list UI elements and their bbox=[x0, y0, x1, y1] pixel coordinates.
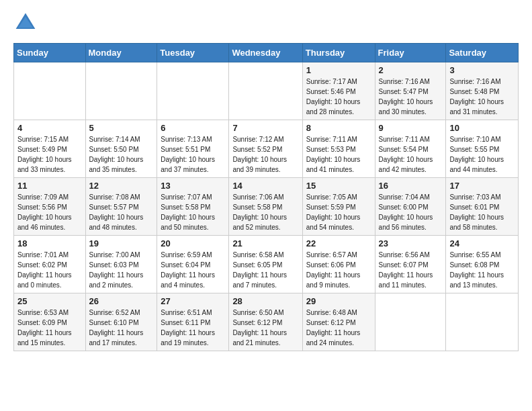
day-info: Sunrise: 6:55 AMSunset: 6:08 PMDaylight:… bbox=[449, 250, 515, 290]
day-info: Sunrise: 6:53 AMSunset: 6:09 PMDaylight:… bbox=[17, 308, 82, 348]
day-number: 17 bbox=[449, 181, 515, 191]
day-info: Sunrise: 7:17 AMSunset: 5:46 PMDaylight:… bbox=[306, 77, 371, 117]
day-number: 24 bbox=[449, 238, 515, 248]
day-number: 6 bbox=[161, 123, 225, 133]
day-info: Sunrise: 7:09 AMSunset: 5:56 PMDaylight:… bbox=[17, 192, 82, 232]
calendar-cell: 6Sunrise: 7:13 AMSunset: 5:51 PMDaylight… bbox=[157, 120, 229, 178]
day-number: 28 bbox=[232, 296, 298, 306]
day-info: Sunrise: 6:57 AMSunset: 6:06 PMDaylight:… bbox=[306, 250, 371, 290]
calendar-cell: 2Sunrise: 7:16 AMSunset: 5:47 PMDaylight… bbox=[375, 62, 446, 120]
weekday-header-tuesday: Tuesday bbox=[157, 44, 229, 62]
calendar-body: 1Sunrise: 7:17 AMSunset: 5:46 PMDaylight… bbox=[14, 62, 519, 351]
day-number: 11 bbox=[17, 181, 82, 191]
calendar-cell: 10Sunrise: 7:10 AMSunset: 5:55 PMDayligh… bbox=[446, 120, 519, 178]
day-info: Sunrise: 6:50 AMSunset: 6:12 PMDaylight:… bbox=[232, 308, 298, 348]
day-info: Sunrise: 6:48 AMSunset: 6:12 PMDaylight:… bbox=[306, 308, 371, 348]
day-info: Sunrise: 7:05 AMSunset: 5:59 PMDaylight:… bbox=[306, 192, 371, 232]
calendar-week-row: 18Sunrise: 7:01 AMSunset: 6:02 PMDayligh… bbox=[14, 236, 519, 293]
day-info: Sunrise: 7:06 AMSunset: 5:58 PMDaylight:… bbox=[232, 192, 298, 232]
day-number: 26 bbox=[89, 296, 154, 306]
logo bbox=[13, 11, 40, 35]
calendar-cell bbox=[14, 62, 86, 120]
calendar-cell: 14Sunrise: 7:06 AMSunset: 5:58 PMDayligh… bbox=[229, 178, 302, 236]
day-number: 19 bbox=[89, 238, 154, 248]
calendar-cell: 4Sunrise: 7:15 AMSunset: 5:49 PMDaylight… bbox=[14, 120, 86, 178]
day-info: Sunrise: 7:16 AMSunset: 5:47 PMDaylight:… bbox=[379, 77, 443, 117]
day-number: 15 bbox=[306, 181, 371, 191]
calendar-cell: 17Sunrise: 7:03 AMSunset: 6:01 PMDayligh… bbox=[446, 178, 519, 236]
day-info: Sunrise: 6:52 AMSunset: 6:10 PMDaylight:… bbox=[89, 308, 154, 348]
weekday-header-row: SundayMondayTuesdayWednesdayThursdayFrid… bbox=[14, 44, 519, 62]
calendar-cell: 19Sunrise: 7:00 AMSunset: 6:03 PMDayligh… bbox=[85, 236, 157, 293]
day-number: 27 bbox=[161, 296, 225, 306]
calendar-cell bbox=[375, 293, 446, 351]
day-info: Sunrise: 7:04 AMSunset: 6:00 PMDaylight:… bbox=[379, 192, 443, 232]
calendar-cell: 3Sunrise: 7:16 AMSunset: 5:48 PMDaylight… bbox=[446, 62, 519, 120]
calendar-cell: 16Sunrise: 7:04 AMSunset: 6:00 PMDayligh… bbox=[375, 178, 446, 236]
day-number: 9 bbox=[379, 123, 443, 133]
calendar-cell: 26Sunrise: 6:52 AMSunset: 6:10 PMDayligh… bbox=[85, 293, 157, 351]
calendar-cell: 9Sunrise: 7:11 AMSunset: 5:54 PMDaylight… bbox=[375, 120, 446, 178]
calendar-cell: 11Sunrise: 7:09 AMSunset: 5:56 PMDayligh… bbox=[14, 178, 86, 236]
day-number: 3 bbox=[449, 65, 515, 75]
day-number: 29 bbox=[306, 296, 371, 306]
day-info: Sunrise: 7:07 AMSunset: 5:58 PMDaylight:… bbox=[161, 192, 225, 232]
day-number: 12 bbox=[89, 181, 154, 191]
calendar-table: SundayMondayTuesdayWednesdayThursdayFrid… bbox=[13, 43, 519, 351]
day-info: Sunrise: 7:11 AMSunset: 5:54 PMDaylight:… bbox=[379, 134, 443, 175]
calendar-cell bbox=[85, 62, 157, 120]
day-number: 2 bbox=[379, 65, 443, 75]
calendar-cell: 23Sunrise: 6:56 AMSunset: 6:07 PMDayligh… bbox=[375, 236, 446, 293]
day-info: Sunrise: 7:11 AMSunset: 5:53 PMDaylight:… bbox=[306, 134, 371, 175]
day-info: Sunrise: 6:51 AMSunset: 6:11 PMDaylight:… bbox=[161, 308, 225, 348]
calendar-cell: 13Sunrise: 7:07 AMSunset: 5:58 PMDayligh… bbox=[157, 178, 229, 236]
calendar-cell: 25Sunrise: 6:53 AMSunset: 6:09 PMDayligh… bbox=[14, 293, 86, 351]
day-number: 16 bbox=[379, 181, 443, 191]
weekday-header-thursday: Thursday bbox=[302, 44, 375, 62]
day-info: Sunrise: 7:10 AMSunset: 5:55 PMDaylight:… bbox=[449, 134, 515, 175]
calendar-week-row: 4Sunrise: 7:15 AMSunset: 5:49 PMDaylight… bbox=[14, 120, 519, 178]
calendar-cell bbox=[157, 62, 229, 120]
day-number: 21 bbox=[232, 238, 298, 248]
day-number: 8 bbox=[306, 123, 371, 133]
day-number: 1 bbox=[306, 65, 371, 75]
day-info: Sunrise: 7:12 AMSunset: 5:52 PMDaylight:… bbox=[232, 134, 298, 175]
day-number: 20 bbox=[161, 238, 225, 248]
weekday-header-saturday: Saturday bbox=[446, 44, 519, 62]
calendar-cell: 1Sunrise: 7:17 AMSunset: 5:46 PMDaylight… bbox=[302, 62, 375, 120]
day-number: 4 bbox=[17, 123, 82, 133]
calendar-cell: 27Sunrise: 6:51 AMSunset: 6:11 PMDayligh… bbox=[157, 293, 229, 351]
calendar-cell: 12Sunrise: 7:08 AMSunset: 5:57 PMDayligh… bbox=[85, 178, 157, 236]
calendar-week-row: 25Sunrise: 6:53 AMSunset: 6:09 PMDayligh… bbox=[14, 293, 519, 351]
day-info: Sunrise: 7:15 AMSunset: 5:49 PMDaylight:… bbox=[17, 134, 82, 175]
weekday-header-friday: Friday bbox=[375, 44, 446, 62]
day-number: 10 bbox=[449, 123, 515, 133]
day-number: 13 bbox=[161, 181, 225, 191]
calendar-week-row: 11Sunrise: 7:09 AMSunset: 5:56 PMDayligh… bbox=[14, 178, 519, 236]
calendar-cell bbox=[229, 62, 302, 120]
day-info: Sunrise: 7:13 AMSunset: 5:51 PMDaylight:… bbox=[161, 134, 225, 175]
day-number: 23 bbox=[379, 238, 443, 248]
day-number: 14 bbox=[232, 181, 298, 191]
calendar-cell bbox=[446, 293, 519, 351]
page-container: SundayMondayTuesdayWednesdayThursdayFrid… bbox=[13, 11, 519, 351]
calendar-cell: 20Sunrise: 6:59 AMSunset: 6:04 PMDayligh… bbox=[157, 236, 229, 293]
calendar-header: SundayMondayTuesdayWednesdayThursdayFrid… bbox=[14, 44, 519, 62]
weekday-header-wednesday: Wednesday bbox=[229, 44, 302, 62]
calendar-cell: 15Sunrise: 7:05 AMSunset: 5:59 PMDayligh… bbox=[302, 178, 375, 236]
day-info: Sunrise: 7:01 AMSunset: 6:02 PMDaylight:… bbox=[17, 250, 82, 290]
calendar-cell: 18Sunrise: 7:01 AMSunset: 6:02 PMDayligh… bbox=[14, 236, 86, 293]
day-number: 5 bbox=[89, 123, 154, 133]
calendar-cell: 8Sunrise: 7:11 AMSunset: 5:53 PMDaylight… bbox=[302, 120, 375, 178]
calendar-week-row: 1Sunrise: 7:17 AMSunset: 5:46 PMDaylight… bbox=[14, 62, 519, 120]
day-number: 18 bbox=[17, 238, 82, 248]
day-info: Sunrise: 7:03 AMSunset: 6:01 PMDaylight:… bbox=[449, 192, 515, 232]
day-info: Sunrise: 6:59 AMSunset: 6:04 PMDaylight:… bbox=[161, 250, 225, 290]
calendar-cell: 29Sunrise: 6:48 AMSunset: 6:12 PMDayligh… bbox=[302, 293, 375, 351]
calendar-cell: 28Sunrise: 6:50 AMSunset: 6:12 PMDayligh… bbox=[229, 293, 302, 351]
calendar-cell: 24Sunrise: 6:55 AMSunset: 6:08 PMDayligh… bbox=[446, 236, 519, 293]
calendar-cell: 5Sunrise: 7:14 AMSunset: 5:50 PMDaylight… bbox=[85, 120, 157, 178]
day-number: 7 bbox=[232, 123, 298, 133]
calendar-cell: 21Sunrise: 6:58 AMSunset: 6:05 PMDayligh… bbox=[229, 236, 302, 293]
day-info: Sunrise: 7:00 AMSunset: 6:03 PMDaylight:… bbox=[89, 250, 154, 290]
